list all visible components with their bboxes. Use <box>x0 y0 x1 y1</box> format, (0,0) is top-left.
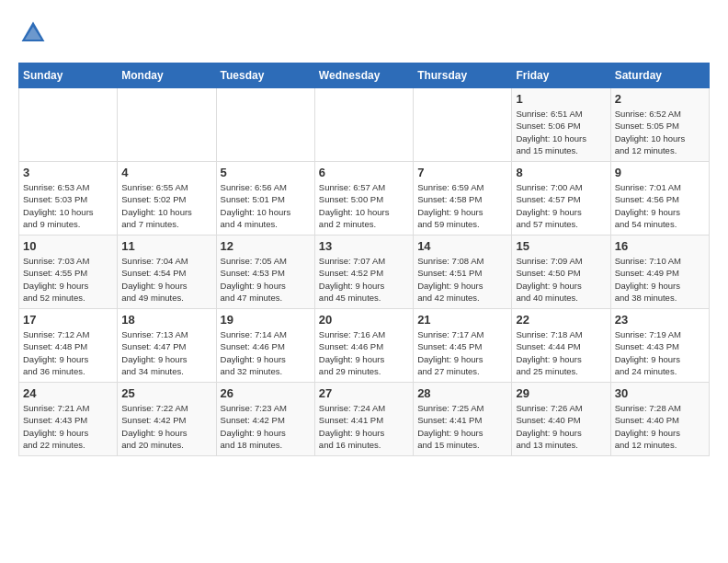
day-info: Sunrise: 7:03 AM Sunset: 4:55 PM Dayligh… <box>23 255 113 304</box>
page-header <box>18 18 710 48</box>
day-info: Sunrise: 7:23 AM Sunset: 4:42 PM Dayligh… <box>221 402 311 451</box>
calendar-cell: 25Sunrise: 7:22 AM Sunset: 4:42 PM Dayli… <box>118 383 216 456</box>
day-info: Sunrise: 7:01 AM Sunset: 4:56 PM Dayligh… <box>615 181 705 230</box>
day-number: 9 <box>615 166 705 179</box>
day-number: 29 <box>516 386 606 400</box>
calendar-cell: 16Sunrise: 7:10 AM Sunset: 4:49 PM Dayli… <box>610 236 709 309</box>
day-info: Sunrise: 7:26 AM Sunset: 4:40 PM Dayligh… <box>516 402 606 451</box>
day-info: Sunrise: 6:59 AM Sunset: 4:58 PM Dayligh… <box>417 181 507 230</box>
day-info: Sunrise: 7:18 AM Sunset: 4:44 PM Dayligh… <box>516 328 606 377</box>
day-number: 16 <box>615 239 705 253</box>
header-row: SundayMondayTuesdayWednesdayThursdayFrid… <box>19 63 710 88</box>
calendar-cell: 27Sunrise: 7:24 AM Sunset: 4:41 PM Dayli… <box>314 383 413 456</box>
day-number: 6 <box>319 166 409 179</box>
day-info: Sunrise: 7:25 AM Sunset: 4:41 PM Dayligh… <box>417 402 507 451</box>
calendar-cell: 28Sunrise: 7:25 AM Sunset: 4:41 PM Dayli… <box>414 383 512 456</box>
day-info: Sunrise: 6:51 AM Sunset: 5:06 PM Dayligh… <box>516 108 606 156</box>
calendar-cell: 4Sunrise: 6:55 AM Sunset: 5:02 PM Daylig… <box>118 162 216 236</box>
day-info: Sunrise: 7:17 AM Sunset: 4:45 PM Dayligh… <box>417 328 507 377</box>
day-info: Sunrise: 7:04 AM Sunset: 4:54 PM Dayligh… <box>121 255 211 304</box>
calendar-cell: 5Sunrise: 6:56 AM Sunset: 5:01 PM Daylig… <box>216 162 314 236</box>
day-header-tuesday: Tuesday <box>216 63 314 88</box>
calendar-cell: 12Sunrise: 7:05 AM Sunset: 4:53 PM Dayli… <box>216 236 314 309</box>
day-number: 30 <box>615 386 705 400</box>
day-number: 26 <box>221 386 311 400</box>
day-number: 22 <box>516 313 606 327</box>
day-number: 23 <box>615 313 705 327</box>
day-info: Sunrise: 7:10 AM Sunset: 4:49 PM Dayligh… <box>615 255 705 304</box>
calendar-cell: 1Sunrise: 6:51 AM Sunset: 5:06 PM Daylig… <box>512 88 610 162</box>
day-info: Sunrise: 7:07 AM Sunset: 4:52 PM Dayligh… <box>319 255 409 304</box>
day-number: 21 <box>417 313 507 327</box>
day-number: 2 <box>615 92 705 106</box>
day-info: Sunrise: 7:28 AM Sunset: 4:40 PM Dayligh… <box>615 402 705 451</box>
calendar-cell <box>414 88 512 162</box>
calendar-table: SundayMondayTuesdayWednesdayThursdayFrid… <box>18 63 710 456</box>
day-info: Sunrise: 6:53 AM Sunset: 5:03 PM Dayligh… <box>23 181 113 230</box>
calendar-cell: 8Sunrise: 7:00 AM Sunset: 4:57 PM Daylig… <box>512 162 610 236</box>
calendar-cell: 2Sunrise: 6:52 AM Sunset: 5:05 PM Daylig… <box>610 88 709 162</box>
day-number: 24 <box>23 386 113 400</box>
day-number: 1 <box>516 92 606 106</box>
day-header-wednesday: Wednesday <box>314 63 413 88</box>
calendar-cell: 29Sunrise: 7:26 AM Sunset: 4:40 PM Dayli… <box>512 383 610 456</box>
week-row-3: 10Sunrise: 7:03 AM Sunset: 4:55 PM Dayli… <box>19 236 710 309</box>
day-number: 20 <box>319 313 409 327</box>
calendar-cell: 21Sunrise: 7:17 AM Sunset: 4:45 PM Dayli… <box>414 309 512 383</box>
calendar-cell: 6Sunrise: 6:57 AM Sunset: 5:00 PM Daylig… <box>314 162 413 236</box>
day-info: Sunrise: 7:21 AM Sunset: 4:43 PM Dayligh… <box>23 402 113 451</box>
calendar-cell <box>118 88 216 162</box>
day-number: 7 <box>417 166 507 179</box>
calendar-cell: 18Sunrise: 7:13 AM Sunset: 4:47 PM Dayli… <box>118 309 216 383</box>
logo-icon <box>18 18 48 48</box>
week-row-2: 3Sunrise: 6:53 AM Sunset: 5:03 PM Daylig… <box>19 162 710 236</box>
calendar-cell: 7Sunrise: 6:59 AM Sunset: 4:58 PM Daylig… <box>414 162 512 236</box>
day-info: Sunrise: 7:00 AM Sunset: 4:57 PM Dayligh… <box>516 181 606 230</box>
day-info: Sunrise: 7:13 AM Sunset: 4:47 PM Dayligh… <box>121 328 211 377</box>
day-number: 19 <box>221 313 311 327</box>
day-info: Sunrise: 7:19 AM Sunset: 4:43 PM Dayligh… <box>615 328 705 377</box>
day-number: 12 <box>221 239 311 253</box>
calendar-cell: 19Sunrise: 7:14 AM Sunset: 4:46 PM Dayli… <box>216 309 314 383</box>
calendar-cell: 14Sunrise: 7:08 AM Sunset: 4:51 PM Dayli… <box>414 236 512 309</box>
calendar-cell: 22Sunrise: 7:18 AM Sunset: 4:44 PM Dayli… <box>512 309 610 383</box>
calendar-cell: 24Sunrise: 7:21 AM Sunset: 4:43 PM Dayli… <box>19 383 118 456</box>
logo <box>18 18 51 48</box>
day-info: Sunrise: 7:22 AM Sunset: 4:42 PM Dayligh… <box>121 402 211 451</box>
calendar-cell: 17Sunrise: 7:12 AM Sunset: 4:48 PM Dayli… <box>19 309 118 383</box>
calendar-cell <box>216 88 314 162</box>
week-row-4: 17Sunrise: 7:12 AM Sunset: 4:48 PM Dayli… <box>19 309 710 383</box>
day-header-thursday: Thursday <box>414 63 512 88</box>
calendar-cell: 9Sunrise: 7:01 AM Sunset: 4:56 PM Daylig… <box>610 162 709 236</box>
day-info: Sunrise: 7:14 AM Sunset: 4:46 PM Dayligh… <box>221 328 311 377</box>
calendar-cell: 15Sunrise: 7:09 AM Sunset: 4:50 PM Dayli… <box>512 236 610 309</box>
calendar-cell: 13Sunrise: 7:07 AM Sunset: 4:52 PM Dayli… <box>314 236 413 309</box>
week-row-5: 24Sunrise: 7:21 AM Sunset: 4:43 PM Dayli… <box>19 383 710 456</box>
day-info: Sunrise: 6:55 AM Sunset: 5:02 PM Dayligh… <box>121 181 211 230</box>
day-number: 25 <box>121 386 211 400</box>
day-info: Sunrise: 7:16 AM Sunset: 4:46 PM Dayligh… <box>319 328 409 377</box>
calendar-cell: 20Sunrise: 7:16 AM Sunset: 4:46 PM Dayli… <box>314 309 413 383</box>
day-number: 15 <box>516 239 606 253</box>
day-header-sunday: Sunday <box>19 63 118 88</box>
day-number: 10 <box>23 239 113 253</box>
calendar-cell: 3Sunrise: 6:53 AM Sunset: 5:03 PM Daylig… <box>19 162 118 236</box>
day-number: 5 <box>221 166 311 179</box>
day-header-saturday: Saturday <box>610 63 709 88</box>
day-info: Sunrise: 6:52 AM Sunset: 5:05 PM Dayligh… <box>615 108 705 156</box>
day-number: 11 <box>121 239 211 253</box>
calendar-cell: 26Sunrise: 7:23 AM Sunset: 4:42 PM Dayli… <box>216 383 314 456</box>
day-number: 18 <box>121 313 211 327</box>
calendar-cell: 30Sunrise: 7:28 AM Sunset: 4:40 PM Dayli… <box>610 383 709 456</box>
day-info: Sunrise: 7:09 AM Sunset: 4:50 PM Dayligh… <box>516 255 606 304</box>
week-row-1: 1Sunrise: 6:51 AM Sunset: 5:06 PM Daylig… <box>19 88 710 162</box>
day-info: Sunrise: 7:05 AM Sunset: 4:53 PM Dayligh… <box>221 255 311 304</box>
day-info: Sunrise: 7:12 AM Sunset: 4:48 PM Dayligh… <box>23 328 113 377</box>
day-info: Sunrise: 6:56 AM Sunset: 5:01 PM Dayligh… <box>221 181 311 230</box>
day-header-monday: Monday <box>118 63 216 88</box>
day-header-friday: Friday <box>512 63 610 88</box>
day-number: 13 <box>319 239 409 253</box>
day-info: Sunrise: 7:24 AM Sunset: 4:41 PM Dayligh… <box>319 402 409 451</box>
day-number: 27 <box>319 386 409 400</box>
calendar-cell: 10Sunrise: 7:03 AM Sunset: 4:55 PM Dayli… <box>19 236 118 309</box>
